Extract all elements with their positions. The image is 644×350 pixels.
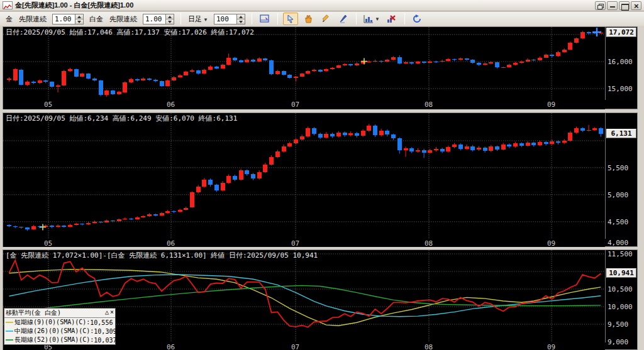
pencil-button[interactable] — [318, 13, 333, 25]
candle — [226, 174, 231, 183]
axis-settings-button[interactable] — [257, 13, 272, 25]
candle — [458, 58, 463, 61]
candle — [239, 169, 243, 181]
draw-cross-icon[interactable] — [361, 58, 367, 65]
chart-type-button[interactable]: ▼ — [362, 13, 382, 25]
minimize-button[interactable] — [607, 1, 618, 10]
spin-up-icon[interactable] — [75, 14, 83, 19]
candle — [245, 169, 249, 175]
spin-up-icon[interactable] — [166, 14, 174, 19]
candle — [519, 142, 524, 147]
candle — [465, 145, 469, 150]
pan-hand-button[interactable] — [301, 13, 316, 25]
candle — [202, 68, 206, 74]
candle — [74, 223, 79, 226]
candle — [99, 221, 103, 223]
bar-count-spinner[interactable]: 100 — [214, 14, 245, 25]
month-label: 08 — [425, 101, 433, 109]
spread-chart-panel: [金 先限連続 17,072×1.00]-[白金 先限連続 6,131×1.00… — [3, 249, 638, 350]
candle — [147, 78, 152, 81]
symbol2-multiplier-value[interactable]: 1.00 — [143, 14, 165, 25]
candle — [513, 142, 518, 148]
toolbar-separator — [252, 13, 252, 25]
candle — [544, 141, 548, 146]
legend-title: 移動平均(金 白金) — [6, 309, 61, 317]
candle — [282, 145, 286, 153]
candle — [80, 223, 84, 225]
candle — [501, 143, 506, 150]
legend-collapse-button[interactable]: △ — [105, 309, 109, 315]
candle — [367, 124, 371, 132]
candle — [263, 163, 267, 173]
candle — [141, 77, 145, 81]
refresh-button[interactable] — [410, 13, 425, 25]
bar-count-value[interactable]: 100 — [214, 14, 236, 25]
select-cursor-button[interactable] — [283, 13, 298, 25]
candle — [147, 213, 152, 217]
candle — [25, 80, 30, 86]
symbol1-multiplier-value[interactable]: 1.00 — [52, 14, 75, 25]
candle — [556, 140, 560, 145]
candle — [574, 127, 579, 134]
price-axis-label: 16,000 — [608, 58, 633, 66]
candle — [233, 175, 237, 181]
candle — [31, 225, 36, 230]
toolbar: 金 先限連続 1.00 白金 先限連続 1.00 日足▼ 100 ▼ — [0, 12, 644, 26]
candle — [153, 214, 158, 216]
candle — [202, 178, 206, 188]
delete-drawing-button[interactable] — [384, 13, 399, 25]
spin-up-icon[interactable] — [237, 14, 245, 19]
candle — [385, 59, 389, 63]
candle — [526, 58, 530, 62]
candle — [257, 170, 262, 180]
candle — [294, 76, 298, 82]
candle — [196, 70, 201, 75]
candle — [343, 63, 347, 67]
close-button[interactable] — [631, 1, 641, 10]
candle — [379, 129, 384, 136]
cursor-cross-icon[interactable] — [592, 28, 601, 36]
short-ma-swatch — [6, 322, 13, 323]
spin-down-icon[interactable] — [166, 19, 174, 24]
candle — [251, 173, 255, 180]
restore-button[interactable] — [595, 1, 606, 10]
candle — [31, 81, 36, 85]
candle — [7, 224, 11, 227]
symbol2-multiplier-spinner[interactable]: 1.00 — [143, 14, 174, 25]
maximize-button[interactable] — [619, 1, 630, 10]
candle — [62, 70, 66, 86]
price-axis-label: 9,500 — [608, 320, 628, 329]
gold-plot[interactable] — [3, 27, 606, 100]
candle — [50, 225, 54, 228]
spin-down-icon[interactable] — [75, 19, 83, 24]
candle — [19, 69, 23, 85]
window-title: 金[先限連続]1.00 - 白金[先限連続]1.00 — [15, 1, 595, 10]
symbol1-multiplier-spinner[interactable]: 1.00 — [52, 14, 84, 25]
draw-pen-button[interactable] — [336, 13, 351, 25]
window-frame-edge — [638, 26, 644, 350]
spin-down-icon[interactable] — [237, 19, 245, 24]
candle — [257, 57, 262, 62]
x-axis-months: 0506070809 — [3, 100, 605, 110]
draw-cross-icon[interactable] — [40, 224, 46, 230]
period-dropdown[interactable]: 日足▼ — [188, 14, 208, 24]
long-ma-swatch — [6, 339, 13, 341]
candle — [104, 219, 109, 222]
candle — [117, 219, 121, 222]
price-axis-label: 9,000 — [608, 338, 628, 346]
candle — [489, 62, 493, 64]
candle — [483, 146, 487, 153]
candle — [306, 70, 310, 75]
candle — [111, 90, 115, 95]
candle — [269, 60, 274, 75]
candle — [580, 127, 585, 132]
candle — [568, 131, 572, 141]
x-axis-months: 0506070809 — [3, 239, 605, 248]
month-label: 06 — [167, 101, 175, 109]
candle — [562, 139, 567, 144]
platinum-plot[interactable] — [3, 113, 606, 239]
month-label: 07 — [291, 101, 299, 109]
legend-close-button[interactable]: × — [110, 309, 114, 315]
candle — [214, 66, 219, 69]
candle — [470, 59, 475, 63]
